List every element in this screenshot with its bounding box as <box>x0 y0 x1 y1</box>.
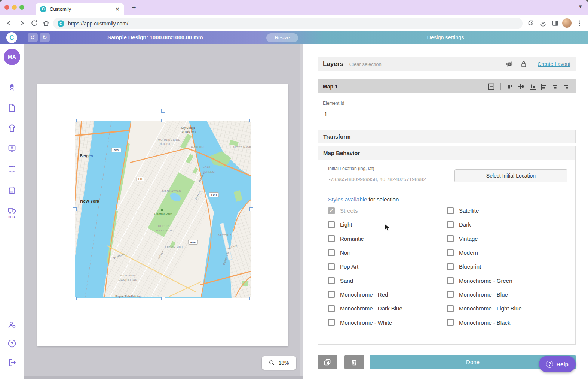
style-label: Dark <box>459 221 471 228</box>
help-button[interactable]: ? Help <box>539 356 576 372</box>
minimize-window-button[interactable] <box>12 5 17 10</box>
extensions-icon[interactable] <box>527 19 535 27</box>
style-label: Monochrome - Dark Blue <box>340 305 402 312</box>
redo-button[interactable]: ↻ <box>40 33 50 42</box>
tabstrip-chevron-icon[interactable]: ▼ <box>578 4 583 9</box>
back-icon[interactable] <box>5 19 13 27</box>
style-checkbox[interactable] <box>328 263 335 270</box>
style-checkbox[interactable] <box>447 235 454 242</box>
help-circle-icon[interactable]: ? <box>7 339 17 348</box>
style-checkbox[interactable]: ✓ <box>328 207 335 214</box>
handle-mid-left[interactable] <box>73 207 77 211</box>
select-initial-location-button[interactable]: Select Initial Location <box>454 169 567 182</box>
menu-dots-icon[interactable] <box>575 19 584 27</box>
style-checkbox[interactable] <box>447 249 454 256</box>
map-label: New York <box>80 199 99 203</box>
launch-icon[interactable] <box>7 82 17 92</box>
templates-icon[interactable] <box>7 103 17 113</box>
style-checkbox[interactable] <box>447 319 454 326</box>
align-center-icon[interactable] <box>551 82 559 91</box>
reload-icon[interactable] <box>30 19 38 27</box>
handle-top-left[interactable] <box>73 119 77 122</box>
zoom-control[interactable]: 18% <box>262 356 296 370</box>
transform-section-header[interactable]: Transform <box>318 130 576 143</box>
align-middle-icon[interactable] <box>517 82 526 91</box>
style-checkbox[interactable] <box>328 235 335 242</box>
close-window-button[interactable] <box>4 5 9 10</box>
resize-button[interactable]: Resize <box>266 33 298 42</box>
style-checkbox[interactable] <box>447 291 454 298</box>
catalog-icon[interactable] <box>7 164 17 174</box>
align-right-icon[interactable] <box>562 82 570 91</box>
style-checkbox[interactable] <box>328 277 335 284</box>
element-id-label: Element Id <box>323 101 344 106</box>
browser-navbar: C https://app.customily.com/ <box>0 15 588 31</box>
logout-icon[interactable] <box>7 358 17 367</box>
download-icon[interactable] <box>539 19 547 27</box>
map-label: Bergen <box>80 154 93 158</box>
horizontal-scrollbar[interactable] <box>24 376 303 379</box>
duplicate-layer-button[interactable] <box>318 355 337 369</box>
style-checkbox[interactable] <box>328 291 335 298</box>
style-checkbox[interactable] <box>328 249 335 256</box>
fulfillment-icon[interactable] <box>7 206 17 215</box>
map-image[interactable]: 505HHFDRFDR City Collegeof New YorkMORNI… <box>75 121 251 298</box>
map-element[interactable]: 505HHFDRFDR City Collegeof New YorkMORNI… <box>75 121 251 298</box>
style-checkbox[interactable] <box>328 221 335 228</box>
style-checkbox[interactable] <box>447 221 454 228</box>
home-icon[interactable] <box>42 19 50 27</box>
style-checkbox[interactable] <box>447 305 454 312</box>
address-bar[interactable]: C https://app.customily.com/ <box>53 18 523 29</box>
lock-layer-icon[interactable] <box>520 60 528 68</box>
profile-avatar[interactable] <box>562 18 572 28</box>
layer-row-map1[interactable]: Map 1 <box>318 79 576 93</box>
handle-bottom-center[interactable] <box>161 297 165 300</box>
browser-tab[interactable]: C Customily ✕ <box>36 3 124 15</box>
undo-button[interactable]: ↺ <box>28 33 38 42</box>
rotate-handle[interactable] <box>161 109 165 113</box>
handle-top-center[interactable] <box>161 119 165 122</box>
styles-available-link[interactable]: Styles available <box>328 196 367 203</box>
align-left-icon[interactable] <box>540 82 548 91</box>
app-header: C ↺ ↻ Sample Design: 1000.00x1000.00 mm … <box>0 31 588 44</box>
layers-title: Layers <box>323 60 343 68</box>
user-avatar[interactable]: MA <box>4 49 20 65</box>
style-option-sand: Sand <box>328 273 440 287</box>
handle-top-right[interactable] <box>249 119 253 122</box>
side-panel-icon[interactable] <box>551 19 559 27</box>
account-settings-icon[interactable] <box>7 320 17 330</box>
hide-layer-icon[interactable] <box>505 60 514 68</box>
style-checkbox[interactable] <box>328 319 335 326</box>
tab-title: Customily <box>50 6 111 12</box>
create-layout-link[interactable]: Create Layout <box>538 61 570 67</box>
align-bottom-icon[interactable] <box>529 82 537 91</box>
handle-bottom-right[interactable] <box>249 297 253 300</box>
handle-mid-right[interactable] <box>249 207 253 211</box>
tab-close-icon[interactable]: ✕ <box>115 6 120 12</box>
road-shield-label: FDR <box>211 194 217 196</box>
initial-location-input[interactable] <box>328 174 441 184</box>
style-checkbox[interactable] <box>328 305 335 312</box>
style-checkbox[interactable] <box>447 207 454 214</box>
maximize-window-button[interactable] <box>19 5 24 10</box>
style-checkbox[interactable] <box>447 277 454 284</box>
style-option-blueprint: Blueprint <box>447 260 559 273</box>
map-label: MANHATTAN <box>162 190 181 193</box>
style-label: Vintage <box>459 236 478 242</box>
new-tab-button[interactable]: + <box>129 3 138 12</box>
delete-layer-button[interactable] <box>344 355 364 369</box>
mockups-icon[interactable] <box>7 144 17 154</box>
style-checkbox[interactable] <box>447 263 454 270</box>
road-shield-label: HH <box>138 178 142 181</box>
vertical-scrollbar[interactable] <box>300 44 303 379</box>
tab-strip: C Customily ✕ + ▼ <box>0 0 588 15</box>
fit-to-canvas-icon[interactable] <box>487 82 495 91</box>
map-behavior-section-header[interactable]: Map Behavior <box>318 146 576 160</box>
element-id-input[interactable] <box>323 109 356 119</box>
forward-icon[interactable] <box>18 19 26 27</box>
store-icon[interactable] <box>7 185 17 195</box>
align-top-icon[interactable] <box>506 82 514 91</box>
products-icon[interactable] <box>7 124 17 133</box>
clear-selection-button[interactable]: Clear selection <box>349 61 382 67</box>
handle-bottom-left[interactable] <box>73 297 77 300</box>
